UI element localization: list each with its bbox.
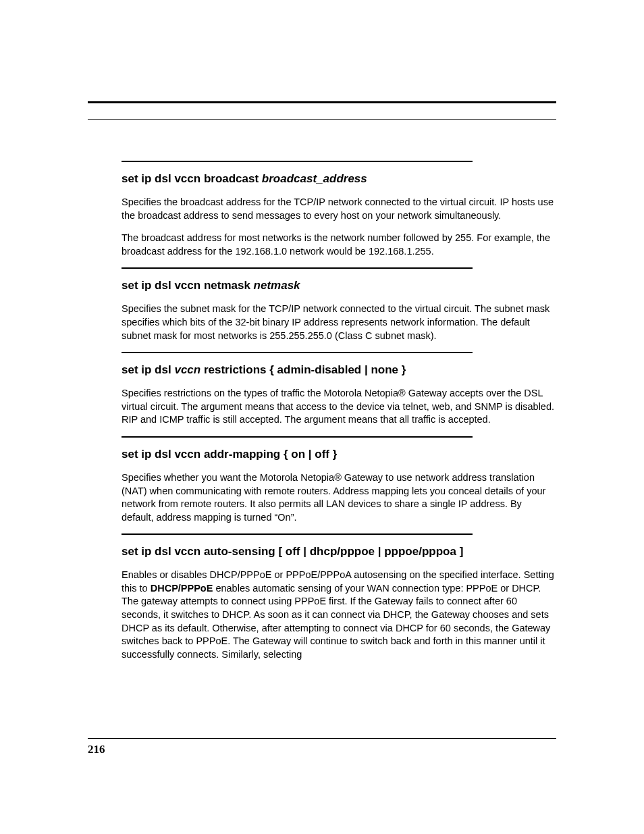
body-paragraph: Enables or disables DHCP/PPPoE or PPPoE/… xyxy=(122,569,556,661)
section-rule xyxy=(122,352,473,353)
page-number: 216 xyxy=(88,743,556,756)
top-thin-rule xyxy=(88,119,556,120)
heading-prefix: set ip dsl vccn broadcast xyxy=(122,172,262,185)
heading-italic: broadcast_address xyxy=(262,172,367,185)
body-paragraph: Specifies the broadcast address for the … xyxy=(122,196,556,222)
command-heading: set ip dsl vccn netmask netmask xyxy=(122,278,556,293)
body-paragraph: Specifies whether you want the Motorola … xyxy=(122,471,556,524)
document-page: set ip dsl vccn broadcast broadcast_addr… xyxy=(0,0,644,834)
heading-prefix: set ip dsl xyxy=(122,363,174,376)
footer-rule xyxy=(88,738,556,739)
section-rule xyxy=(122,436,473,438)
section-rule xyxy=(122,267,473,269)
command-heading: set ip dsl vccn auto-sensing [ off | dhc… xyxy=(122,544,556,559)
paragraph-post: enables automatic sensing of your WAN co… xyxy=(122,583,550,660)
body-paragraph: Specifies the subnet mask for the TCP/IP… xyxy=(122,303,556,342)
body-paragraph: Specifies restrictions on the types of t… xyxy=(122,387,556,427)
page-footer: 216 xyxy=(88,738,556,756)
page-content: set ip dsl vccn broadcast broadcast_addr… xyxy=(122,157,556,671)
command-heading: set ip dsl vccn broadcast broadcast_addr… xyxy=(122,172,556,186)
heading-prefix: set ip dsl vccn auto-sensing [ off | dhc… xyxy=(122,545,463,558)
heading-prefix: set ip dsl vccn addr-mapping { on | off … xyxy=(122,448,337,461)
command-heading: set ip dsl vccn restrictions { admin-dis… xyxy=(122,363,556,377)
command-heading: set ip dsl vccn addr-mapping { on | off … xyxy=(122,447,556,462)
section-rule xyxy=(122,161,473,162)
heading-italic: netmask xyxy=(254,279,300,292)
heading-suffix: restrictions { admin-disabled | none } xyxy=(200,363,406,376)
heading-italic: vccn xyxy=(174,363,200,376)
paragraph-bold: DHCP/PPPoE xyxy=(151,583,213,594)
top-thick-rule xyxy=(88,101,556,103)
section-rule xyxy=(122,533,473,535)
body-paragraph: The broadcast address for most networks … xyxy=(122,232,556,258)
heading-prefix: set ip dsl vccn netmask xyxy=(122,279,254,292)
